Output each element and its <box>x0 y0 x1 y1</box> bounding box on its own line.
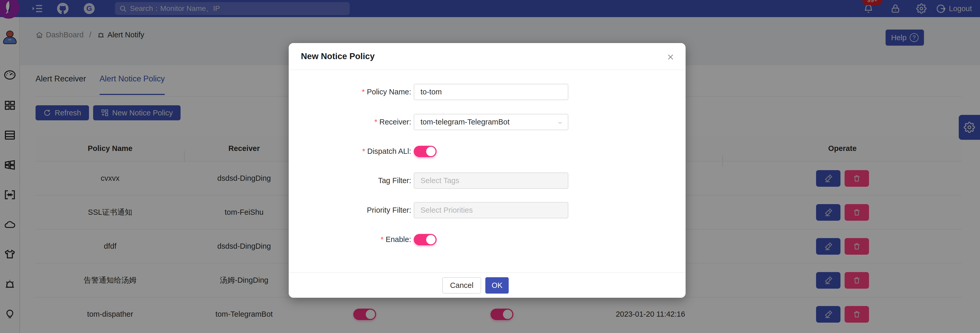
required-mark: * <box>380 235 383 244</box>
receiver-label: *Receiver: <box>289 118 411 126</box>
modal-footer: Cancel OK <box>289 272 686 298</box>
modal-header: New Notice Policy <box>289 43 686 70</box>
enable-row: *Enable: <box>289 231 686 248</box>
cancel-button[interactable]: Cancel <box>442 277 481 293</box>
required-mark: * <box>362 147 365 155</box>
tag-filter-select[interactable] <box>414 172 568 189</box>
required-mark: * <box>374 118 377 126</box>
dispatch-all-row: *Dispatch ALl: <box>289 143 686 159</box>
new-notice-policy-modal: New Notice Policy *Policy Name: *Receive… <box>289 43 686 298</box>
priority-filter-select[interactable] <box>414 202 568 218</box>
modal-title: New Notice Policy <box>301 51 375 61</box>
policy-name-input[interactable] <box>414 84 568 100</box>
receiver-row: *Receiver: tom-telegram-TelegramBot <box>289 114 686 130</box>
receiver-selected-value: tom-telegram-TelegramBot <box>420 118 509 126</box>
policy-name-row: *Policy Name: <box>289 84 686 100</box>
priority-filter-label: Priority Filter: <box>289 206 411 215</box>
tag-filter-row: Tag Filter: <box>289 172 686 189</box>
required-mark: * <box>362 88 365 96</box>
enable-label: *Enable: <box>289 235 411 244</box>
tag-filter-label: Tag Filter: <box>289 176 411 185</box>
dispatch-all-label: *Dispatch ALl: <box>289 147 411 156</box>
app-screen: G 99+ <box>0 0 980 333</box>
dispatch-all-switch[interactable] <box>414 146 437 157</box>
ok-button[interactable]: OK <box>485 277 509 293</box>
chevron-down-icon <box>557 120 563 125</box>
receiver-select[interactable]: tom-telegram-TelegramBot <box>414 114 568 130</box>
enable-switch[interactable] <box>414 234 437 245</box>
close-icon[interactable] <box>665 51 676 63</box>
policy-name-label: *Policy Name: <box>289 88 411 96</box>
priority-filter-row: Priority Filter: <box>289 202 686 218</box>
